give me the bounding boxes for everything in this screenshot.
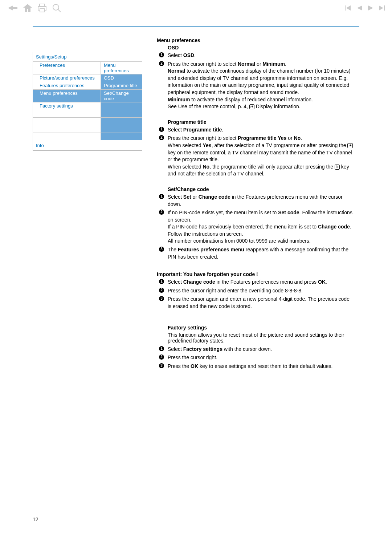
- factory-step-2: Press the cursor right.: [157, 354, 353, 361]
- code-step-1: Select Set or Change code in the Feature…: [157, 194, 353, 208]
- menu-row: Menu preferencesSet/Change code: [33, 90, 142, 102]
- set-change-code-heading: Set/Change code: [168, 186, 353, 192]
- menu-cell-right: [101, 125, 142, 133]
- menu-cell-right: [101, 118, 142, 125]
- svg-rect-2: [40, 4, 45, 7]
- svg-point-5: [53, 4, 59, 10]
- menu-cell-left: Features preferences: [33, 82, 101, 89]
- svg-line-6: [58, 9, 61, 12]
- menu-row: [33, 110, 142, 118]
- body-column: Menu preferences OSD Select OSD. Press t…: [157, 37, 353, 378]
- info-plus-icon: i+: [249, 104, 254, 109]
- svg-marker-11: [379, 5, 383, 11]
- osd-step-2: Press the cursor right to select Normal …: [157, 61, 353, 110]
- forgot-step-3: Press the cursor again and enter a new p…: [157, 296, 353, 310]
- svg-rect-4: [40, 9, 44, 12]
- back-icon[interactable]: [8, 5, 17, 12]
- menu-cell-right: [101, 102, 142, 110]
- osd-heading: OSD: [168, 45, 353, 50]
- menu-cell-left: [33, 118, 101, 125]
- home-icon[interactable]: [23, 4, 32, 13]
- prog-step-2: Press the cursor right to select Program…: [157, 135, 353, 178]
- menu-cell-left: [33, 125, 101, 133]
- set-change-code-steps: Select Set or Change code in the Feature…: [157, 194, 353, 260]
- menu-cell-left: Menu preferences: [33, 90, 101, 102]
- svg-rect-12: [384, 5, 385, 11]
- menu-row: [33, 133, 142, 140]
- forgot-step-2: Press the cursor right and enter the ove…: [157, 287, 353, 295]
- factory-step-1: Select Factory settings with the cursor …: [157, 346, 353, 353]
- factory-settings-steps: Select Factory settings with the cursor …: [157, 346, 353, 370]
- content: Settings/Setup Preferences Menu preferen…: [0, 27, 392, 378]
- pdf-toolbar: [0, 0, 392, 16]
- menu-cell-left: [33, 110, 101, 117]
- svg-marker-10: [368, 5, 373, 11]
- factory-settings-heading: Factory settings: [168, 325, 353, 331]
- menu-cell-left: [33, 133, 101, 140]
- menu-row: Factory settings: [33, 102, 142, 110]
- next-page-icon[interactable]: [368, 5, 373, 12]
- menu-row: Picture/sound preferencesOSD: [33, 74, 142, 82]
- prev-page-icon[interactable]: [357, 5, 362, 12]
- menu-cell-left: Factory settings: [33, 102, 101, 110]
- svg-marker-0: [8, 5, 17, 11]
- settings-menu-box: Settings/Setup Preferences Menu preferen…: [33, 52, 142, 151]
- factory-settings-intro: This function allows you to reset most o…: [168, 332, 353, 344]
- first-page-icon[interactable]: [345, 5, 351, 12]
- prog-step-1: Select Programme title.: [157, 126, 353, 134]
- menu-cell-right: [101, 133, 142, 140]
- page-number: 12: [33, 516, 38, 522]
- menu-cell-right: [101, 110, 142, 117]
- search-icon[interactable]: [52, 4, 61, 13]
- svg-marker-1: [23, 4, 32, 12]
- section-menu-preferences-title: Menu preferences: [157, 37, 353, 43]
- menu-row: Features preferencesProgramme title: [33, 82, 142, 90]
- osd-steps: Select OSD. Press the cursor right to se…: [157, 52, 353, 110]
- menu-cell-right: Set/Change code: [101, 90, 142, 102]
- svg-marker-9: [357, 5, 362, 11]
- factory-step-3: Press the OK key to erase settings and r…: [157, 363, 353, 370]
- menu-title: Settings/Setup: [33, 52, 142, 62]
- svg-marker-8: [346, 5, 351, 11]
- menu-row: [33, 118, 142, 125]
- code-step-2: If no PIN-code exists yet, the menu item…: [157, 209, 353, 245]
- menu-info: Info: [33, 140, 142, 150]
- menu-cell-right: OSD: [101, 74, 142, 82]
- print-icon[interactable]: [38, 4, 46, 13]
- toolbar-right: [345, 5, 385, 12]
- menu-row: [33, 125, 142, 133]
- forgot-code-steps: Select Change code in the Features prefe…: [157, 279, 353, 310]
- menu-column: Settings/Setup Preferences Menu preferen…: [33, 37, 142, 378]
- menu-col-left-header: Preferences: [33, 62, 101, 74]
- forgot-code-heading: Important: You have forgotten your code …: [157, 271, 353, 277]
- osd-step-1: Select OSD.: [157, 52, 353, 59]
- code-step-3: The Features preferences menu reappears …: [157, 246, 353, 260]
- svg-rect-7: [345, 5, 346, 11]
- info-plus-icon: i+: [335, 165, 340, 170]
- menu-col-right-header: Menu preferences: [101, 62, 142, 74]
- menu-cell-left: Picture/sound preferences: [33, 74, 101, 82]
- programme-title-steps: Select Programme title. Press the cursor…: [157, 126, 353, 178]
- info-plus-icon: i+: [347, 143, 352, 148]
- last-page-icon[interactable]: [379, 5, 385, 12]
- forgot-step-1: Select Change code in the Features prefe…: [157, 279, 353, 286]
- programme-title-heading: Programme title: [168, 119, 353, 125]
- toolbar-left: [8, 4, 61, 13]
- menu-cell-right: Programme title: [101, 82, 142, 89]
